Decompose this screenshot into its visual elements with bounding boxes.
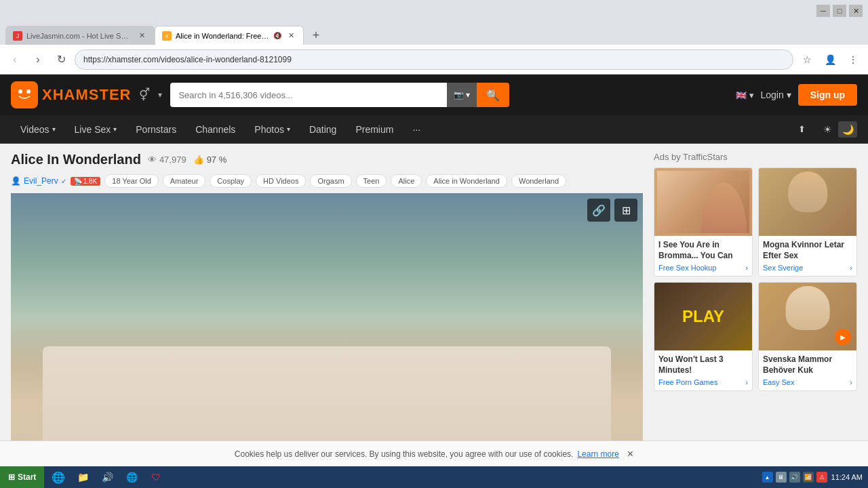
tab2-close[interactable]: ✕ bbox=[285, 30, 296, 41]
taskbar-item-folder[interactable]: 📁 bbox=[71, 468, 94, 486]
browser-titlebar: ─ □ ✕ bbox=[0, 0, 868, 22]
taskbar-item-ie[interactable]: 🌐 bbox=[47, 468, 70, 486]
learn-more-link[interactable]: Learn more bbox=[577, 449, 618, 459]
nav-livesex[interactable]: Live Sex▾ bbox=[65, 115, 127, 144]
nav-dating[interactable]: Dating bbox=[300, 115, 346, 144]
taskbar-item-browser[interactable]: 🌐 bbox=[120, 468, 143, 486]
menu-icon[interactable]: ⋮ bbox=[844, 50, 863, 69]
video-title-area: Alice In Wonderland 👁 47,979 👍 97 % bbox=[11, 152, 643, 167]
account-icon[interactable]: 👤 bbox=[821, 50, 840, 69]
search-input[interactable] bbox=[170, 83, 447, 107]
tag-teen[interactable]: Teen bbox=[356, 174, 387, 188]
ad-card-3[interactable]: PLAY You Won't Last 3 Minutes! Free Porn… bbox=[654, 282, 753, 391]
refresh-button[interactable]: ↻ bbox=[52, 50, 71, 69]
svg-point-1 bbox=[18, 89, 22, 94]
video-scene bbox=[11, 193, 643, 471]
nav-pornstars[interactable]: Pornstars bbox=[126, 115, 186, 144]
maximize-button[interactable]: □ bbox=[833, 5, 846, 17]
ad-link-2[interactable]: Sex Sverige › bbox=[763, 264, 852, 272]
nav-videos[interactable]: Videos▾ bbox=[11, 115, 65, 144]
tag-wonderland[interactable]: Wonderland bbox=[511, 174, 566, 188]
browser-tab-2[interactable]: x Alice in Wonderland: Free Alice ... 🔇 … bbox=[155, 26, 304, 45]
signup-button[interactable]: Sign up bbox=[798, 84, 857, 106]
address-bar[interactable] bbox=[75, 49, 793, 70]
dark-theme-button[interactable]: 🌙 bbox=[838, 121, 857, 138]
browser-toolbar: ‹ › ↻ ☆ 👤 ⋮ bbox=[0, 45, 868, 75]
bookmark-icon[interactable]: ☆ bbox=[797, 50, 816, 69]
taskbar-item-security[interactable]: 🛡 bbox=[144, 468, 167, 486]
sub-badge[interactable]: 📡 1.8K bbox=[71, 177, 101, 186]
video-overlay-buttons: 🔗 ⊞ bbox=[587, 199, 637, 222]
back-button[interactable]: ‹ bbox=[5, 50, 24, 69]
tab1-close[interactable]: ✕ bbox=[136, 30, 147, 41]
nav-photos[interactable]: Photos▾ bbox=[245, 115, 300, 144]
ad-link-1[interactable]: Free Sex Hookup › bbox=[658, 264, 748, 272]
ad-body-4: Svenska Mammor Behöver Kuk Easy Sex › bbox=[759, 350, 856, 390]
like-icon: 👍 bbox=[193, 155, 204, 165]
close-button[interactable]: ✕ bbox=[849, 5, 863, 17]
gender-icon[interactable]: ⚥ bbox=[139, 87, 150, 102]
video-player[interactable]: 🔗 ⊞ bbox=[11, 193, 643, 471]
logo-icon bbox=[11, 81, 38, 108]
user-icon: 👤 bbox=[11, 176, 21, 186]
ad-card-2[interactable]: Mogna Kvinnor Letar Efter Sex Sex Sverig… bbox=[758, 167, 857, 277]
grid-button[interactable]: ⊞ bbox=[614, 199, 637, 222]
sys-tray-icons: ▲ 🖥 🔊 📶 ⚠ bbox=[762, 472, 827, 483]
ad-title-4: Svenska Mammor Behöver Kuk bbox=[763, 354, 852, 375]
ad-card-4[interactable]: ▶ Svenska Mammor Behöver Kuk Easy Sex › bbox=[758, 282, 857, 391]
clock-time: 11:24 AM bbox=[831, 473, 863, 481]
tag-amateur[interactable]: Amateur bbox=[163, 174, 206, 188]
tag-orgasm[interactable]: Orgasm bbox=[310, 174, 351, 188]
tag-hdvideos[interactable]: HD Videos bbox=[256, 174, 306, 188]
search-area: 📷 ▾ 🔍 bbox=[170, 83, 509, 107]
taskbar: ⊞ Start 🌐 📁 🔊 🌐 🛡 ▲ 🖥 🔊 📶 ⚠ 11:24 AM bbox=[0, 466, 868, 488]
nav-right: ⬆ ☀ 🌙 bbox=[791, 119, 857, 140]
time-display: 11:24 AM bbox=[831, 473, 863, 481]
nav-channels[interactable]: Channels bbox=[186, 115, 245, 144]
cookie-banner: Cookies help us deliver our services. By… bbox=[0, 441, 868, 466]
sys-icon-2: 🖥 bbox=[776, 472, 787, 483]
browser-tab-1[interactable]: J LiveJasmin.com - Hot Live Sex Show... … bbox=[5, 26, 155, 45]
taskbar-items: 🌐 📁 🔊 🌐 🛡 bbox=[44, 466, 170, 488]
eye-icon: 👁 bbox=[148, 155, 157, 165]
sys-icon-3: 🔊 bbox=[789, 472, 800, 483]
logo-area: XHAMSTER bbox=[11, 81, 131, 108]
tag-alice-in-wonderland[interactable]: Alice in Wonderland bbox=[426, 174, 507, 188]
login-button[interactable]: Login ▾ bbox=[761, 89, 791, 100]
cookie-text: Cookies help us deliver our services. By… bbox=[235, 449, 574, 459]
start-icon: ⊞ bbox=[8, 472, 15, 482]
security-icon: 🛡 bbox=[150, 471, 162, 483]
ad-body-2: Mogna Kvinnor Letar Efter Sex Sex Sverig… bbox=[759, 236, 856, 276]
light-theme-button[interactable]: ☀ bbox=[818, 121, 837, 138]
tag-cosplay[interactable]: Cosplay bbox=[210, 174, 252, 188]
author-name[interactable]: Evil_Perv bbox=[24, 176, 58, 186]
content-left: Alice In Wonderland 👁 47,979 👍 97 % 👤 Ev… bbox=[11, 152, 643, 471]
tag-18yearold[interactable]: 18 Year Old bbox=[104, 174, 159, 188]
sub-count: 1.8K bbox=[83, 178, 98, 185]
sys-icon-5: ⚠ bbox=[816, 472, 827, 483]
tab2-favicon: x bbox=[162, 31, 172, 41]
cam-search-button[interactable]: 📷 ▾ bbox=[447, 83, 477, 107]
taskbar-item-audio[interactable]: 🔊 bbox=[96, 468, 119, 486]
search-button[interactable]: 🔍 bbox=[477, 83, 509, 107]
tags-area: 👤 Evil_Perv ✓ 📡 1.8K 18 Year Old Amateur… bbox=[11, 174, 643, 188]
minimize-button[interactable]: ─ bbox=[816, 5, 830, 17]
start-button[interactable]: ⊞ Start bbox=[0, 466, 44, 488]
ads-title: Ads by TrafficStars bbox=[654, 152, 857, 162]
tab2-sound: 🔇 bbox=[273, 32, 281, 39]
share-button[interactable]: 🔗 bbox=[587, 199, 610, 222]
ad-image-4: ▶ bbox=[759, 283, 856, 350]
upload-button[interactable]: ⬆ bbox=[791, 119, 812, 140]
ad-link-3[interactable]: Free Porn Games › bbox=[658, 378, 748, 386]
forward-button[interactable]: › bbox=[28, 50, 47, 69]
cookie-close-button[interactable]: × bbox=[627, 448, 633, 460]
ad-link-4[interactable]: Easy Sex › bbox=[763, 378, 852, 386]
taskbar-right: ▲ 🖥 🔊 📶 ⚠ 11:24 AM bbox=[757, 472, 868, 483]
tag-alice[interactable]: Alice bbox=[391, 174, 422, 188]
new-tab-button[interactable]: + bbox=[307, 26, 326, 45]
nav-premium[interactable]: Premium bbox=[346, 115, 403, 144]
language-selector[interactable]: 🇬🇧 ▾ bbox=[736, 90, 754, 100]
ad-title-1: I See You Are in Bromma... You Can bbox=[658, 240, 748, 261]
nav-more[interactable]: ··· bbox=[403, 115, 430, 144]
ad-card-1[interactable]: I See You Are in Bromma... You Can Free … bbox=[654, 167, 753, 277]
